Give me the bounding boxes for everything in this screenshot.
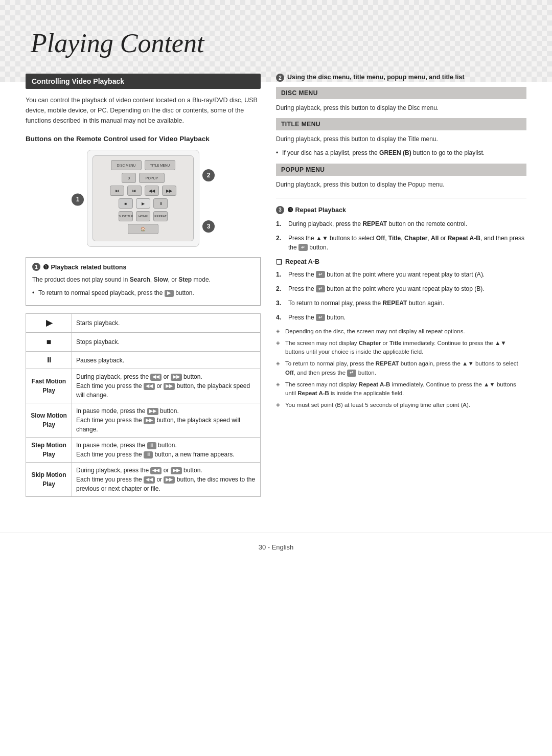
ok-icon: ↵ <box>298 244 308 251</box>
disc-menu-text: During playback, press this button to di… <box>276 103 526 113</box>
pause-icon3: ⏸ <box>144 451 153 459</box>
step-motion-desc: In pause mode, press the ⏸ button. Each … <box>72 438 261 463</box>
callout2-title: 2 Using the disc menu, title menu, popup… <box>276 74 526 82</box>
popup-menu-text: During playback, press this button to di… <box>276 180 526 190</box>
play-key-cell: ▶ <box>26 314 72 333</box>
fast-motion-desc: During playback, press the ◀◀ or ▶▶ butt… <box>72 369 261 403</box>
remote-row-6: 🏠 <box>97 224 189 234</box>
disc-menu-bar: DISC MENU <box>276 87 526 99</box>
stops-playback-cell: Stops playback. <box>72 333 261 352</box>
pause-key-cell: ⏸ <box>26 352 72 369</box>
remote-row-3: ⏮ ⏭ ◀◀ ▶▶ <box>97 186 189 196</box>
stop-icon: ■ <box>47 337 52 346</box>
playback-table: ▶ Starts playback. ■ Stops playback. ⏸ <box>26 313 261 497</box>
repeat-btn[interactable]: REPEAT <box>153 211 168 221</box>
ff-icon6: ▶▶ <box>164 476 175 484</box>
note-2: The screen may not display Chapter or Ti… <box>276 339 526 357</box>
remote-row-4: ■ ▶ ⏸ <box>97 198 189 209</box>
step-motion-label: Step Motion Play <box>26 438 72 463</box>
title-menu-bar: TITLE MENU <box>276 118 526 130</box>
callout-3: 3 <box>202 220 215 233</box>
page-wrapper: Playing Content Controlling Video Playba… <box>0 0 552 756</box>
content-area: Controlling Video Playback You can contr… <box>0 74 552 522</box>
ok-icon3: ↵ <box>316 285 325 292</box>
right-column: 2 Using the disc menu, title menu, popup… <box>276 74 526 497</box>
stop-key-cell: ■ <box>26 333 72 352</box>
title-menu-bullet: If your disc has a playlist, press the G… <box>276 148 526 157</box>
stop-btn[interactable]: ■ <box>119 198 133 209</box>
rew-icon2: ◀◀ <box>144 383 155 390</box>
repeat-ab-step-1: 1. Press the ↵ button at the point where… <box>276 270 526 279</box>
rew-icon: ◀◀ <box>150 374 162 381</box>
skip-motion-label: Skip Motion Play <box>26 463 72 497</box>
callout-1: 1 <box>72 193 84 205</box>
starts-playback-cell: Starts playback. <box>72 314 261 333</box>
subsection-title: Buttons on the Remote Control used for V… <box>26 135 261 143</box>
repeat-ab-step-4: 4. Press the ↵ button. <box>276 313 526 322</box>
repeat-ab-step-3: 3. To return to normal play, press the R… <box>276 299 526 308</box>
repeat-ab-checkbox-icon: ❑ <box>276 258 282 266</box>
fast-motion-label: Fast Motion Play <box>26 369 72 403</box>
ff-icon3: ▶▶ <box>147 408 158 415</box>
table-row: Skip Motion Play During playback, press … <box>26 463 261 497</box>
home-btn[interactable]: HOME <box>136 211 150 221</box>
playback-box: 1 ❶ Playback related buttons The product… <box>26 257 261 306</box>
ok-icon5: ↵ <box>347 370 356 377</box>
divider-1 <box>276 198 526 198</box>
table-row: ⏸ Pauses playback. <box>26 352 261 369</box>
home-icon-btn[interactable]: 🏠 <box>128 224 158 234</box>
page-number: 30 - English <box>259 543 294 551</box>
rew-icon6: ◀◀ <box>144 476 155 484</box>
play-icon-inline: ▶ <box>165 290 174 297</box>
title-menu-btn[interactable]: TITLE MENU <box>145 160 175 170</box>
repeat-step-1: 1. During playback, press the REPEAT but… <box>276 219 526 228</box>
left-column: Controlling Video Playback You can contr… <box>26 74 261 497</box>
note-4: The screen may not display Repeat A-B im… <box>276 380 526 398</box>
ff-icon5: ▶▶ <box>171 467 182 474</box>
subtitle-btn[interactable]: SUBTITLE <box>119 211 133 221</box>
remote-row-1: DISC MENU TITLE MENU <box>97 160 189 170</box>
page-footer: 30 - English <box>0 533 552 566</box>
circle-num-3: 3 <box>276 206 284 214</box>
ff-btn[interactable]: ▶▶ <box>162 186 176 196</box>
intro-text: You can control the playback of video co… <box>26 95 261 126</box>
rew-btn[interactable]: ◀◀ <box>145 186 159 196</box>
table-row: Step Motion Play In pause mode, press th… <box>26 438 261 463</box>
bullet-normal-speed: To return to normal speed playback, pres… <box>32 288 254 297</box>
remote-container: 1 DISC MENU TITLE MENU 0 POPUP <box>87 150 199 247</box>
disc-menu-btn[interactable]: DISC MENU <box>111 160 142 170</box>
page-title: Playing Content <box>0 0 552 74</box>
note-1: Depending on the disc, the screen may no… <box>276 327 526 336</box>
remote-image: DISC MENU TITLE MENU 0 POPUP ⏮ <box>87 150 199 247</box>
table-row: ▶ Starts playback. <box>26 314 261 333</box>
skip-motion-desc: During playback, press the ◀◀ or ▶▶ butt… <box>72 463 261 497</box>
table-row: ■ Stops playback. <box>26 333 261 352</box>
repeat-step-2: 2. Press the ▲▼ buttons to select Off, T… <box>276 234 526 252</box>
pause-btn[interactable]: ⏸ <box>153 198 168 209</box>
slow-motion-desc: In pause mode, press the ▶▶ button. Each… <box>72 403 261 438</box>
repeat-ab-step-2: 2. Press the ↵ button at the point where… <box>276 284 526 293</box>
popup-btn[interactable]: POPUP <box>139 173 165 183</box>
ok-icon4: ↵ <box>316 314 325 321</box>
note-3: To return to normal play, press the REPE… <box>276 359 526 377</box>
slow-motion-label: Slow Motion Play <box>26 403 72 438</box>
callout-2: 2 <box>202 169 215 181</box>
note-5: You must set point (B) at least 5 second… <box>276 401 526 409</box>
title-menu-text: During playback, press this button to di… <box>276 134 526 144</box>
table-row: Fast Motion Play During playback, press … <box>26 369 261 403</box>
playback-note: The product does not play sound in Searc… <box>32 275 254 284</box>
next-skip-btn[interactable]: ⏭ <box>127 186 142 196</box>
play-btn[interactable]: ▶ <box>136 198 150 209</box>
circle-num-2: 2 <box>276 74 284 82</box>
section-heading: Controlling Video Playback <box>26 74 261 89</box>
remote-row-2: 0 POPUP <box>97 173 189 183</box>
remote-row-5: SUBTITLE HOME REPEAT <box>97 211 189 221</box>
remote-inner: DISC MENU TITLE MENU 0 POPUP ⏮ <box>93 155 194 241</box>
zero-btn[interactable]: 0 <box>122 173 136 183</box>
prev-skip-btn[interactable]: ⏮ <box>110 186 124 196</box>
remote-diagram: 1 DISC MENU TITLE MENU 0 POPUP <box>26 150 261 247</box>
repeat-ab-title: ❑ Repeat A-B <box>276 258 526 266</box>
callout3-title: 3 ❸ Repeat Playback <box>276 206 526 214</box>
ff-icon4: ▶▶ <box>144 417 155 424</box>
pauses-playback-cell: Pauses playback. <box>72 352 261 369</box>
